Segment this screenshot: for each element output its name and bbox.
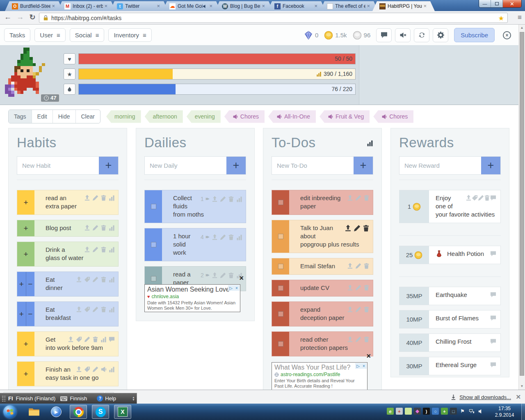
chart-icon[interactable]: [109, 225, 115, 231]
habit-plus-button[interactable]: +: [17, 242, 34, 266]
tab-page[interactable]: The effect of ex×: [320, 1, 378, 11]
graphics-settings-icon[interactable]: ◆: [414, 408, 421, 415]
todo-checkbox[interactable]: [278, 285, 283, 291]
language-code[interactable]: FI: [8, 395, 13, 402]
upload-icon[interactable]: [212, 234, 218, 240]
tags-toolbar-hide[interactable]: Hide: [53, 110, 76, 123]
add-reward-button[interactable]: +: [481, 157, 500, 174]
action-center-flag-icon[interactable]: ⚑: [459, 408, 466, 415]
chart-icon[interactable]: [109, 276, 115, 283]
chart-icon[interactable]: [236, 234, 242, 240]
tag-icon[interactable]: [84, 276, 90, 283]
address-bar[interactable]: https://habitrpg.com/#/tasks ★: [39, 13, 508, 23]
tab-wordpress[interactable]: WBlog | Bug Beha×: [215, 1, 273, 11]
upload-icon[interactable]: [212, 272, 218, 278]
tag-chores[interactable]: Chores: [373, 110, 413, 123]
language-bar-options[interactable]: ▲▼: [132, 396, 135, 401]
pencil-icon[interactable]: [220, 272, 226, 278]
chat-icon[interactable]: [490, 362, 496, 368]
downloads-bar-close-icon[interactable]: ✕: [516, 393, 521, 401]
tags-toolbar-tags[interactable]: Tags: [9, 110, 32, 123]
chart-icon[interactable]: [100, 336, 107, 342]
todo-checkbox[interactable]: [278, 200, 283, 205]
bookmark-star-icon[interactable]: ★: [498, 14, 504, 22]
scrollbar-thumb[interactable]: [520, 32, 524, 376]
pencil-icon[interactable]: [355, 263, 361, 269]
show-desktop-button[interactable]: [521, 404, 525, 420]
pencil-icon[interactable]: [354, 225, 361, 232]
trash-icon[interactable]: [228, 272, 234, 278]
trash-icon[interactable]: [100, 247, 107, 253]
evernote-icon[interactable]: e: [387, 408, 394, 415]
ad-url[interactable]: chnlove.asia: [152, 294, 179, 299]
daily-checkbox[interactable]: [151, 242, 156, 247]
habit-plus-button[interactable]: +: [17, 362, 34, 386]
upload-icon[interactable]: [347, 263, 353, 269]
chat-icon[interactable]: [490, 315, 496, 321]
trash-icon[interactable]: [100, 195, 107, 201]
tag-icon[interactable]: [76, 336, 82, 342]
tag-fruit-veg[interactable]: Fruit & Veg: [320, 110, 370, 123]
antivirus-shield-icon[interactable]: +: [441, 408, 448, 415]
pencil-icon[interactable]: [92, 366, 98, 372]
daily-checkbox[interactable]: [151, 276, 156, 281]
pencil-icon[interactable]: [92, 225, 98, 231]
pencil-icon[interactable]: [220, 196, 226, 202]
ad-title[interactable]: Asian Women Seeking Love: [147, 286, 237, 293]
trash-icon[interactable]: [100, 225, 107, 231]
reload-button[interactable]: ↻: [27, 13, 38, 22]
chart-icon[interactable]: [109, 366, 115, 372]
language-name[interactable]: Finnish (Finland): [16, 395, 56, 402]
display-settings-icon[interactable]: □: [450, 408, 457, 415]
tab-close-button[interactable]: ×: [209, 4, 212, 8]
help-label[interactable]: Help: [105, 395, 116, 402]
upload-icon[interactable]: [347, 336, 353, 342]
pencil-icon[interactable]: [220, 234, 226, 240]
chat-icon[interactable]: [490, 338, 496, 345]
pencil-icon[interactable]: [92, 195, 98, 201]
taskbar-clock[interactable]: 17:35 2.9.2014: [490, 405, 519, 418]
upload-icon[interactable]: [345, 225, 352, 232]
taskbar-skype-button[interactable]: S: [92, 405, 109, 419]
menu-tasks[interactable]: Tasks: [4, 28, 30, 42]
trash-icon[interactable]: [363, 225, 370, 232]
language-bar-grip[interactable]: [2, 395, 6, 402]
add-todo-button[interactable]: +: [354, 157, 373, 174]
habit-minus-button[interactable]: −: [26, 302, 35, 326]
volume-icon[interactable]: [477, 408, 484, 415]
trash-icon[interactable]: [484, 195, 490, 201]
forward-button[interactable]: →: [15, 13, 25, 21]
habit-plus-button[interactable]: +: [17, 190, 34, 215]
tag-icon[interactable]: [472, 195, 478, 201]
upload-icon[interactable]: [347, 306, 353, 313]
keyboard-layout[interactable]: Finnish: [70, 395, 87, 402]
trash-icon[interactable]: [92, 336, 98, 342]
habit-plus-button[interactable]: +: [17, 302, 26, 326]
language-bar[interactable]: FI Finnish (Finland) Finnish ? Help ▲▼: [0, 393, 137, 404]
trash-icon[interactable]: [363, 195, 370, 201]
upload-icon[interactable]: [84, 247, 90, 253]
taskbar-chrome-button[interactable]: [70, 405, 87, 419]
todos-chart-icon[interactable]: [367, 140, 373, 146]
network-icon[interactable]: [468, 408, 475, 415]
reward-price[interactable]: 35MP: [399, 287, 429, 305]
close-window-button[interactable]: ✕: [503, 0, 521, 7]
show-all-downloads-link[interactable]: Show all downloads...: [459, 394, 511, 400]
ad-close-button[interactable]: ×: [366, 353, 371, 359]
tag-chores[interactable]: Chores: [224, 110, 265, 123]
tab-outlook[interactable]: OBurdfield-Steel×: [5, 1, 63, 11]
tab-gmail[interactable]: MInbox (2) - erb28×: [57, 1, 116, 11]
menu-inventory[interactable]: Inventory≡: [108, 28, 151, 42]
chart-icon[interactable]: [109, 306, 115, 313]
menu-user[interactable]: User≡: [34, 28, 65, 42]
tab-close-button[interactable]: ×: [314, 4, 317, 8]
maximize-button[interactable]: [491, 0, 503, 7]
tag-icon[interactable]: [84, 306, 90, 313]
minimize-button[interactable]: —: [479, 0, 491, 7]
tag-icon[interactable]: [84, 366, 90, 372]
todo-checkbox[interactable]: [278, 311, 283, 317]
sync-button[interactable]: [414, 28, 429, 42]
trash-icon[interactable]: [363, 306, 370, 313]
ad-title[interactable]: What Was Your Past Life?: [274, 364, 365, 371]
adchoices-icon[interactable]: ▷: [355, 363, 361, 369]
